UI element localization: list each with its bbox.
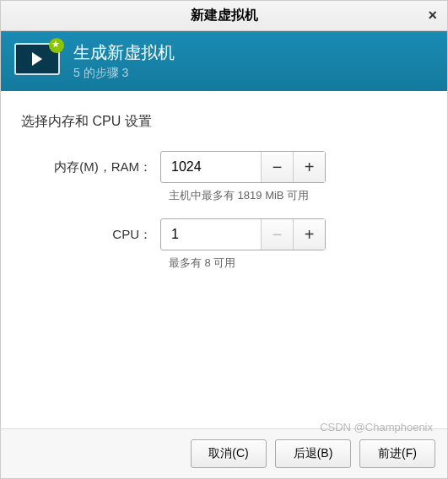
cpu-minus-button[interactable]: − <box>261 219 293 250</box>
memory-plus-button[interactable]: + <box>293 152 325 182</box>
close-icon[interactable]: × <box>428 7 437 24</box>
cpu-hint: 最多有 8 可用 <box>169 256 427 271</box>
cpu-row: CPU： − + <box>21 218 427 250</box>
memory-spinner: − + <box>160 151 326 183</box>
vm-icon <box>14 43 60 80</box>
titlebar: 新建虚拟机 × <box>1 1 447 31</box>
section-title: 选择内存和 CPU 设置 <box>21 113 427 131</box>
wizard-step: 5 的步骤 3 <box>73 66 175 81</box>
forward-button[interactable]: 前进(F) <box>359 439 435 468</box>
back-button[interactable]: 后退(B) <box>275 439 351 468</box>
dialog-footer: 取消(C) 后退(B) 前进(F) <box>1 428 447 478</box>
cancel-button[interactable]: 取消(C) <box>191 439 267 468</box>
memory-row: 内存(M)，RAM： − + <box>21 151 427 183</box>
content-area: 选择内存和 CPU 设置 内存(M)，RAM： − + 主机中最多有 1819 … <box>1 91 447 428</box>
cpu-input[interactable] <box>161 219 261 250</box>
memory-hint: 主机中最多有 1819 MiB 可用 <box>169 188 427 203</box>
memory-input[interactable] <box>161 152 261 182</box>
wizard-header: 生成新虚拟机 5 的步骤 3 <box>1 31 447 91</box>
wizard-title: 生成新虚拟机 <box>73 41 175 64</box>
cpu-label: CPU： <box>21 227 160 243</box>
cpu-spinner: − + <box>160 218 326 250</box>
memory-minus-button[interactable]: − <box>261 152 293 182</box>
window-title: 新建虚拟机 <box>191 7 258 24</box>
cpu-plus-button[interactable]: + <box>293 219 325 250</box>
memory-label: 内存(M)，RAM： <box>21 159 160 175</box>
